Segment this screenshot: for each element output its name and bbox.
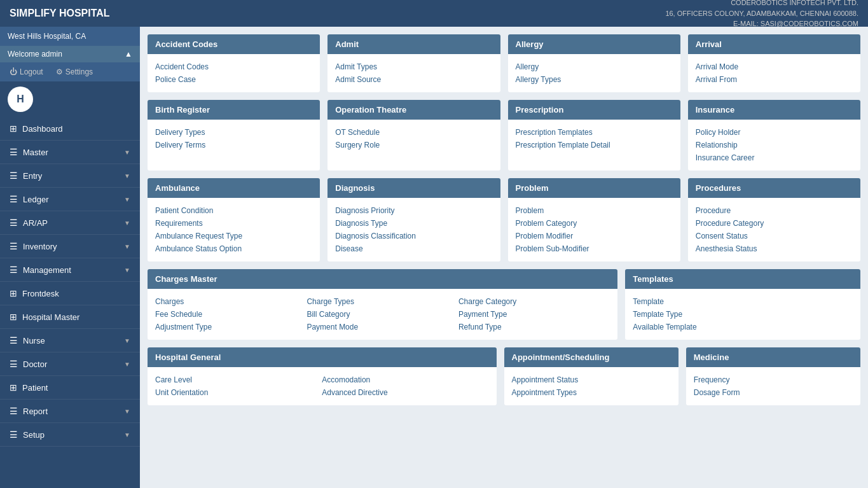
sidebar-item-setup[interactable]: ☰ Setup ▼ [0,423,140,447]
medicine-link[interactable]: Frequency [694,373,853,386]
sidebar-item-ledger[interactable]: ☰ Ledger ▼ [0,188,140,211]
templates-link[interactable]: Template [633,295,853,308]
charges-link[interactable]: Charge Category [458,295,610,308]
diagnosis-link[interactable]: Disease [335,242,492,255]
problem-link[interactable]: Problem Category [516,217,673,230]
appointment-body: Appointment StatusAppointment Types [504,367,679,405]
problem-link[interactable]: Problem [516,204,673,217]
ambulance-link[interactable]: Ambulance Status Option [155,242,312,255]
operation-theatre-card: Operation TheatreOT ScheduleSurgery Role [327,100,500,171]
cards-row3: AmbulancePatient ConditionRequirementsAm… [148,178,860,261]
insurance-link[interactable]: Insurance Career [696,151,853,164]
prescription-link[interactable]: Prescription Template Detail [516,139,673,151]
sidebar-welcome[interactable]: Welcome admin ▲ [0,46,140,62]
settings-link[interactable]: ⚙ Settings [56,67,93,76]
problem-header: Problem [508,178,680,198]
insurance-link[interactable]: Policy Holder [696,126,853,139]
sidebar-item-doctor[interactable]: ☰ Doctor ▼ [0,352,140,376]
charges-master-card: Charges Master ChargesFee ScheduleAdjust… [148,269,617,340]
diagnosis-link[interactable]: Diagnosis Classification [335,230,492,242]
accident-codes-link[interactable]: Police Case [155,73,312,86]
insurance-link[interactable]: Relationship [696,139,853,151]
charges-link[interactable]: Payment Mode [307,321,458,333]
procedures-link[interactable]: Procedure Category [696,217,853,230]
nav-icon-frontdesk: ⊞ [10,288,17,298]
templates-link[interactable]: Template Type [633,308,853,321]
nav-arrow-master: ▼ [124,149,130,156]
nav-label-frontdesk: Frontdesk [22,289,59,298]
procedures-link[interactable]: Consent Status [696,230,853,242]
ambulance-link[interactable]: Patient Condition [155,204,312,217]
problem-body: ProblemProblem CategoryProblem ModifierP… [508,198,680,261]
sidebar-item-entry[interactable]: ☰ Entry ▼ [0,164,140,188]
charges-link[interactable]: Bill Category [307,308,458,321]
hg-link[interactable]: Accomodation [322,373,488,386]
sidebar-item-master[interactable]: ☰ Master ▼ [0,141,140,164]
templates-link[interactable]: Available Template [633,321,853,333]
sidebar-item-management[interactable]: ☰ Management ▼ [0,258,140,282]
sidebar-item-hospital-master[interactable]: ⊞ Hospital Master [0,305,140,329]
nav-arrow-report: ▼ [124,408,130,415]
birth-register-body: Delivery TypesDelivery Terms [148,120,320,158]
diagnosis-link[interactable]: Diagnosis Priority [335,204,492,217]
arrival-link[interactable]: Arrival From [696,73,853,86]
sidebar-item-frontdesk[interactable]: ⊞ Frontdesk [0,282,140,305]
nav-label-doctor: Doctor [23,359,47,369]
prescription-link[interactable]: Prescription Templates [516,126,673,139]
sidebar-item-arap[interactable]: ☰ AR/AP ▼ [0,211,140,235]
operation-theatre-link[interactable]: Surgery Role [335,139,492,151]
nav-label-nurse: Nurse [23,336,45,345]
sidebar-item-report[interactable]: ☰ Report ▼ [0,400,140,423]
sidebar-item-dashboard[interactable]: ⊞ Dashboard [0,117,140,141]
hg-link[interactable]: Care Level [155,373,322,386]
charges-link[interactable]: Charge Types [307,295,458,308]
charges-templates-section: Charges Master ChargesFee ScheduleAdjust… [148,269,860,340]
nav-arrow-inventory: ▼ [124,243,130,250]
problem-card: ProblemProblemProblem CategoryProblem Mo… [508,178,680,261]
procedures-link[interactable]: Anesthesia Status [696,242,853,255]
operation-theatre-link[interactable]: OT Schedule [335,126,492,139]
accident-codes-link[interactable]: Accident Codes [155,60,312,73]
birth-register-link[interactable]: Delivery Types [155,126,312,139]
charges-link[interactable]: Fee Schedule [155,308,307,321]
sidebar-item-nurse[interactable]: ☰ Nurse ▼ [0,329,140,352]
charges-link[interactable]: Payment Type [458,308,610,321]
diagnosis-body: Diagnosis PriorityDiagnosis TypeDiagnosi… [327,198,500,261]
appointment-link[interactable]: Appointment Types [512,386,671,399]
arrival-body: Arrival ModeArrival From [688,54,860,92]
charges-link[interactable]: Refund Type [458,321,610,333]
appointment-link[interactable]: Appointment Status [512,373,671,386]
hospital-general-header: Hospital General [148,347,497,367]
ambulance-link[interactable]: Requirements [155,217,312,230]
nav-label-hospital-master: Hospital Master [22,312,79,322]
app-title: SIMPLIFY HOSPITAL [10,8,110,19]
allergy-link[interactable]: Allergy [516,60,673,73]
charges-link[interactable]: Adjustment Type [155,321,307,333]
hg-link[interactable]: Advanced Directive [322,386,488,399]
nav-arrow-management: ▼ [124,267,130,274]
logout-link[interactable]: ⏻ Logout [10,67,43,76]
nav-label-dashboard: Dashboard [22,124,63,134]
arrival-link[interactable]: Arrival Mode [696,60,853,73]
arrival-header: Arrival [688,34,860,54]
allergy-link[interactable]: Allergy Types [516,73,673,86]
birth-register-card: Birth RegisterDelivery TypesDelivery Ter… [148,100,320,171]
nav-icon-nurse: ☰ [10,335,18,345]
medicine-link[interactable]: Dosage Form [694,386,853,399]
problem-link[interactable]: Problem Sub-Modifier [516,242,673,255]
admit-link[interactable]: Admit Source [335,73,492,86]
ambulance-body: Patient ConditionRequirementsAmbulance R… [148,198,320,261]
charges-link[interactable]: Charges [155,295,307,308]
sidebar-item-patient[interactable]: ⊞ Patient [0,376,140,400]
ambulance-link[interactable]: Ambulance Request Type [155,230,312,242]
admit-link[interactable]: Admit Types [335,60,492,73]
accident-codes-body: Accident CodesPolice Case [148,54,320,92]
problem-link[interactable]: Problem Modifier [516,230,673,242]
procedures-link[interactable]: Procedure [696,204,853,217]
sidebar-item-inventory[interactable]: ☰ Inventory ▼ [0,235,140,258]
birth-register-link[interactable]: Delivery Terms [155,139,312,151]
nav-icon-arap: ☰ [10,218,18,228]
hg-link[interactable]: Unit Orientation [155,386,322,399]
nav-arrow-nurse: ▼ [124,337,130,344]
diagnosis-link[interactable]: Diagnosis Type [335,217,492,230]
